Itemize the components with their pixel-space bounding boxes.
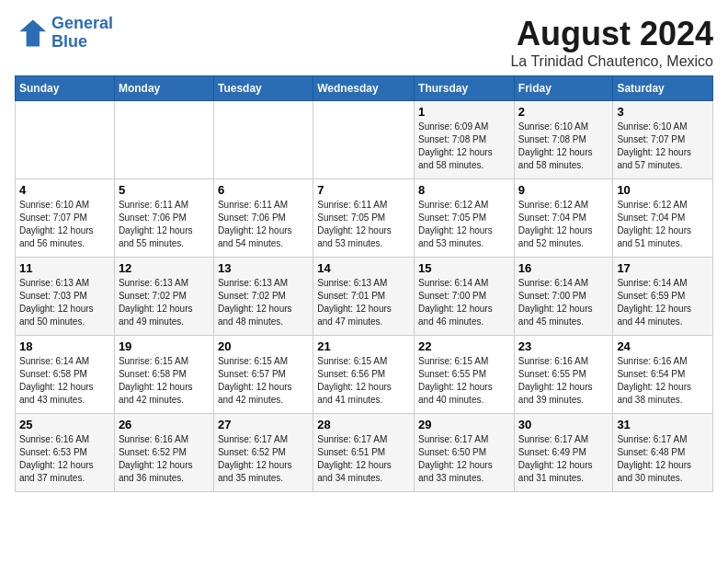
calendar-cell: 30Sunrise: 6:17 AM Sunset: 6:49 PM Dayli… [514,414,613,492]
day-info: Sunrise: 6:17 AM Sunset: 6:50 PM Dayligh… [418,433,510,485]
day-number: 12 [119,261,210,275]
calendar-cell: 1Sunrise: 6:09 AM Sunset: 7:08 PM Daylig… [415,101,515,179]
weekday-header-cell: Monday [114,76,213,101]
day-number: 26 [119,418,210,431]
calendar-cell: 7Sunrise: 6:11 AM Sunset: 7:05 PM Daylig… [313,179,415,258]
day-number: 15 [418,261,510,275]
calendar-cell: 19Sunrise: 6:15 AM Sunset: 6:58 PM Dayli… [114,336,213,414]
day-info: Sunrise: 6:13 AM Sunset: 7:02 PM Dayligh… [119,277,210,328]
calendar-week-row: 25Sunrise: 6:16 AM Sunset: 6:53 PM Dayli… [16,414,713,492]
calendar-cell: 15Sunrise: 6:14 AM Sunset: 7:00 PM Dayli… [415,258,515,336]
day-number: 17 [617,261,709,275]
calendar-cell: 9Sunrise: 6:12 AM Sunset: 7:04 PM Daylig… [514,179,613,258]
day-number: 20 [218,339,309,353]
calendar-cell: 21Sunrise: 6:15 AM Sunset: 6:56 PM Dayli… [313,336,415,414]
day-info: Sunrise: 6:16 AM Sunset: 6:52 PM Dayligh… [119,433,210,485]
logo-text: General Blue [51,15,113,52]
day-info: Sunrise: 6:10 AM Sunset: 7:07 PM Dayligh… [19,199,110,250]
day-info: Sunrise: 6:15 AM Sunset: 6:57 PM Dayligh… [218,355,309,407]
calendar-cell: 13Sunrise: 6:13 AM Sunset: 7:02 PM Dayli… [213,258,313,336]
calendar-table: SundayMondayTuesdayWednesdayThursdayFrid… [15,75,713,492]
calendar-cell: 31Sunrise: 6:17 AM Sunset: 6:48 PM Dayli… [613,414,713,492]
day-info: Sunrise: 6:13 AM Sunset: 7:01 PM Dayligh… [317,277,410,328]
weekday-header-cell: Thursday [415,76,515,101]
calendar-cell: 28Sunrise: 6:17 AM Sunset: 6:51 PM Dayli… [313,414,415,492]
day-info: Sunrise: 6:16 AM Sunset: 6:53 PM Dayligh… [19,433,110,485]
day-info: Sunrise: 6:17 AM Sunset: 6:49 PM Dayligh… [518,433,609,485]
calendar-cell: 2Sunrise: 6:10 AM Sunset: 7:08 PM Daylig… [514,101,613,179]
day-info: Sunrise: 6:14 AM Sunset: 7:00 PM Dayligh… [518,277,609,328]
day-number: 3 [617,105,709,119]
day-info: Sunrise: 6:14 AM Sunset: 6:58 PM Dayligh… [19,355,110,407]
day-info: Sunrise: 6:10 AM Sunset: 7:07 PM Dayligh… [617,121,709,172]
weekday-header-cell: Saturday [613,76,713,101]
day-number: 14 [317,261,410,275]
calendar-cell: 12Sunrise: 6:13 AM Sunset: 7:02 PM Dayli… [114,258,213,336]
weekday-header-cell: Wednesday [313,76,415,101]
day-info: Sunrise: 6:11 AM Sunset: 7:06 PM Dayligh… [218,199,309,250]
day-number: 23 [518,339,609,353]
calendar-cell: 8Sunrise: 6:12 AM Sunset: 7:05 PM Daylig… [415,179,515,258]
day-number: 10 [617,183,709,197]
day-number: 22 [418,339,510,353]
calendar-cell [114,101,213,179]
weekday-header-row: SundayMondayTuesdayWednesdayThursdayFrid… [16,76,713,101]
day-info: Sunrise: 6:09 AM Sunset: 7:08 PM Dayligh… [418,121,510,172]
day-info: Sunrise: 6:12 AM Sunset: 7:05 PM Dayligh… [418,199,510,250]
day-number: 13 [218,261,309,275]
day-info: Sunrise: 6:12 AM Sunset: 7:04 PM Dayligh… [617,199,709,250]
day-info: Sunrise: 6:11 AM Sunset: 7:05 PM Dayligh… [317,199,410,250]
day-info: Sunrise: 6:15 AM Sunset: 6:56 PM Dayligh… [317,355,410,407]
calendar-cell [313,101,415,179]
day-number: 8 [418,183,510,197]
logo-icon [15,17,48,50]
calendar-cell: 25Sunrise: 6:16 AM Sunset: 6:53 PM Dayli… [16,414,115,492]
day-info: Sunrise: 6:14 AM Sunset: 6:59 PM Dayligh… [617,277,709,328]
page-subtitle: La Trinidad Chautenco, Mexico [510,53,713,70]
calendar-cell: 10Sunrise: 6:12 AM Sunset: 7:04 PM Dayli… [613,179,713,258]
day-number: 1 [418,105,510,119]
day-info: Sunrise: 6:16 AM Sunset: 6:55 PM Dayligh… [518,355,609,407]
calendar-week-row: 11Sunrise: 6:13 AM Sunset: 7:03 PM Dayli… [16,258,713,336]
day-number: 29 [418,418,510,431]
day-info: Sunrise: 6:17 AM Sunset: 6:51 PM Dayligh… [317,433,410,485]
logo-line2: Blue [51,32,87,51]
calendar-cell: 26Sunrise: 6:16 AM Sunset: 6:52 PM Dayli… [114,414,213,492]
calendar-cell: 11Sunrise: 6:13 AM Sunset: 7:03 PM Dayli… [16,258,115,336]
day-number: 6 [218,183,309,197]
calendar-cell [16,101,115,179]
calendar-cell: 6Sunrise: 6:11 AM Sunset: 7:06 PM Daylig… [213,179,313,258]
day-info: Sunrise: 6:15 AM Sunset: 6:58 PM Dayligh… [119,355,210,407]
day-number: 21 [317,339,410,353]
calendar-week-row: 4Sunrise: 6:10 AM Sunset: 7:07 PM Daylig… [16,179,713,258]
calendar-cell: 23Sunrise: 6:16 AM Sunset: 6:55 PM Dayli… [514,336,613,414]
calendar-week-row: 18Sunrise: 6:14 AM Sunset: 6:58 PM Dayli… [16,336,713,414]
day-info: Sunrise: 6:16 AM Sunset: 6:54 PM Dayligh… [617,355,709,407]
day-info: Sunrise: 6:10 AM Sunset: 7:08 PM Dayligh… [518,121,609,172]
calendar-cell: 18Sunrise: 6:14 AM Sunset: 6:58 PM Dayli… [16,336,115,414]
day-info: Sunrise: 6:14 AM Sunset: 7:00 PM Dayligh… [418,277,510,328]
calendar-body: 1Sunrise: 6:09 AM Sunset: 7:08 PM Daylig… [16,101,713,492]
page-title: August 2024 [510,15,713,53]
calendar-cell: 3Sunrise: 6:10 AM Sunset: 7:07 PM Daylig… [613,101,713,179]
weekday-header-cell: Tuesday [213,76,313,101]
calendar-cell: 22Sunrise: 6:15 AM Sunset: 6:55 PM Dayli… [415,336,515,414]
header: General Blue August 2024 La Trinidad Cha… [15,15,713,70]
weekday-header-cell: Sunday [16,76,115,101]
day-number: 25 [19,418,110,431]
day-number: 2 [518,105,609,119]
day-number: 19 [119,339,210,353]
day-number: 31 [617,418,709,431]
day-number: 4 [19,183,110,197]
title-area: August 2024 La Trinidad Chautenco, Mexic… [510,15,713,70]
calendar-cell: 24Sunrise: 6:16 AM Sunset: 6:54 PM Dayli… [613,336,713,414]
day-number: 7 [317,183,410,197]
calendar-cell: 16Sunrise: 6:14 AM Sunset: 7:00 PM Dayli… [514,258,613,336]
day-info: Sunrise: 6:15 AM Sunset: 6:55 PM Dayligh… [418,355,510,407]
day-number: 24 [617,339,709,353]
svg-marker-0 [19,19,46,46]
logo-line1: General [51,14,113,32]
day-info: Sunrise: 6:11 AM Sunset: 7:06 PM Dayligh… [119,199,210,250]
day-number: 28 [317,418,410,431]
calendar-cell: 4Sunrise: 6:10 AM Sunset: 7:07 PM Daylig… [16,179,115,258]
